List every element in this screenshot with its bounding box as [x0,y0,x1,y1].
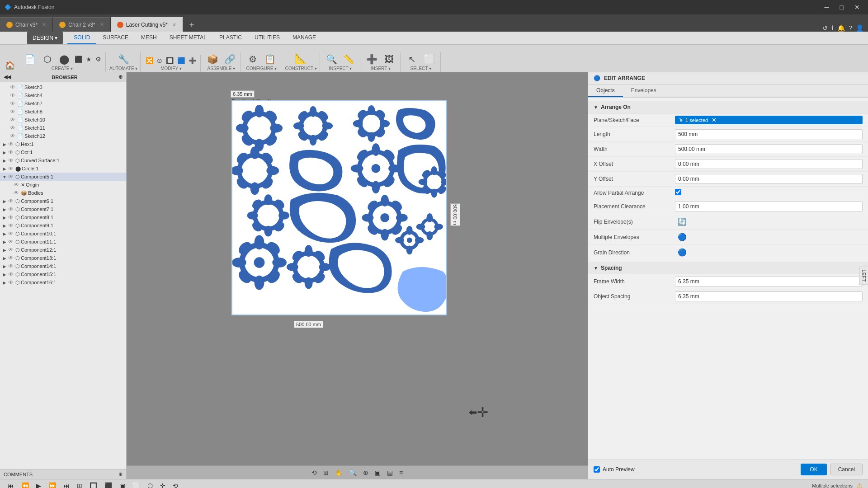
toggle-circle1[interactable]: ▶ [2,166,7,171]
vis-icon-component15[interactable]: 👁 [8,271,14,277]
tree-item-component7[interactable]: ▶ 👁 ⬡ Component7:1 [0,205,126,213]
left-panel-tab[interactable]: LEFT [859,267,868,285]
tree-item-sketch3[interactable]: 👁 📄 Sketch3 [0,83,126,91]
vis-icon-component9[interactable]: 👁 [8,222,14,229]
canvas-btn-5[interactable]: ⊕ [361,468,371,477]
toggle-component10[interactable]: ▶ [2,231,7,236]
tree-item-bodies[interactable]: 👁 📦 Bodies [0,189,126,197]
tab-close-chair2[interactable]: ✕ [100,22,104,28]
comments-add[interactable]: ⊕ [118,471,123,477]
tree-item-sketch10[interactable]: 👁 📄 Sketch10 [0,116,126,124]
frame-width-input[interactable] [675,277,863,286]
playback-next[interactable]: ⏩ [46,481,58,488]
toggle-curved1[interactable]: ▶ [2,158,7,163]
canvas-btn-7[interactable]: ▤ [385,468,395,477]
vis-icon-sketch3[interactable]: 👁 [10,84,15,90]
create-sketch-button[interactable]: 📄 [22,53,38,65]
toggle-component6[interactable]: ▶ [2,199,7,204]
vis-icon-component16[interactable]: 👁 [8,279,14,286]
vis-icon-sketch11[interactable]: 👁 [10,125,15,131]
ribbon-tab-surface[interactable]: SURFACE [96,32,135,44]
tab-chair2-v3[interactable]: Chair 2 v3* ✕ [53,17,110,32]
vis-icon-origin[interactable]: 👁 [14,182,19,188]
create-pcb-button[interactable]: ⚙ [94,55,103,64]
vis-icon-circle1[interactable]: 👁 [8,165,14,172]
vis-icon-component14[interactable]: 👁 [8,263,14,269]
tool-1[interactable]: ⊞ [75,481,85,488]
toggle-component16[interactable]: ▶ [2,280,7,285]
tree-item-component15[interactable]: ▶ 👁 ⬡ Component15:1 [0,270,126,278]
maximize-button[interactable]: □ [836,3,847,12]
tool-4[interactable]: ▣ [117,481,127,488]
vis-icon-hex1[interactable]: 👁 [8,141,14,147]
ribbon-tab-plastic[interactable]: PLASTIC [213,32,248,44]
playback-to-start[interactable]: ⏮ [5,481,16,488]
panel-tab-objects[interactable]: Objects [588,84,623,97]
sidebar-close[interactable]: ⊕ [118,74,123,80]
tool-3[interactable]: ⬛ [102,481,114,488]
vis-icon-component13[interactable]: 👁 [8,255,14,261]
modify-chamfer[interactable]: 🔲 [165,56,175,65]
modify-press-pull[interactable]: 🔀 [144,56,155,65]
tab-laser-cutting[interactable]: Laser Cutting v5* ✕ [111,17,183,32]
placement-clearance-input[interactable] [675,202,863,211]
toggle-component15[interactable]: ▶ [2,272,7,277]
tab-action-help[interactable]: ? [849,24,852,32]
select-cursor[interactable]: ↖ [404,53,420,65]
vis-icon-bodies[interactable]: 👁 [14,190,19,196]
tree-item-hex1[interactable]: ▶ 👁 ⬡ Hex:1 [0,140,126,148]
tree-item-sketch8[interactable]: 👁 📄 Sketch8 [0,108,126,116]
ribbon-tab-sheet-metal[interactable]: SHEET METAL [163,32,213,44]
ok-button[interactable]: OK [801,464,826,475]
create-more-button[interactable]: ⬛ [73,55,84,64]
panel-tab-envelopes[interactable]: Envelopes [623,84,665,97]
canvas-btn-1[interactable]: ⟲ [309,468,319,477]
configure-table[interactable]: 📋 [262,53,278,65]
vis-icon-sketch10[interactable]: 👁 [10,117,15,123]
tree-item-sketch12[interactable]: 👁 📄 Sketch12 [0,132,126,140]
vis-icon-sketch7[interactable]: 👁 [10,100,15,107]
selected-close[interactable]: ✕ [712,117,717,123]
inspect-section[interactable]: 📏 [341,53,357,65]
object-spacing-input[interactable] [675,291,863,301]
toggle-hex1[interactable]: ▶ [2,142,7,147]
vis-icon-component6[interactable]: 👁 [8,198,14,204]
vis-icon-oct1[interactable]: 👁 [8,149,14,155]
tree-item-component6[interactable]: ▶ 👁 ⬡ Component6:1 [0,197,126,205]
canvas-btn-3[interactable]: ✋ [333,468,345,477]
assemble-new-component[interactable]: 📦 [204,53,221,65]
tab-chair-v3[interactable]: Chair v3* ✕ [0,17,53,32]
toggle-component11[interactable]: ▶ [2,239,7,244]
toggle-component9[interactable]: ▶ [2,223,7,228]
create-freeform-button[interactable]: ★ [85,55,93,64]
tree-item-component13[interactable]: ▶ 👁 ⬡ Component13:1 [0,254,126,262]
vis-icon-sketch4[interactable]: 👁 [10,92,15,99]
assemble-joint[interactable]: 🔗 [222,53,238,65]
vis-icon-component10[interactable]: 👁 [8,230,14,237]
new-tab-button[interactable]: ＋ [183,17,200,32]
toggle-component13[interactable]: ▶ [2,256,7,261]
tool-2[interactable]: 🔲 [87,481,99,488]
tree-item-component16[interactable]: ▶ 👁 ⬡ Component16:1 [0,278,126,286]
tool-8[interactable]: ⟲ [170,481,180,488]
yoffset-input[interactable] [675,174,863,184]
ribbon-tab-utilities[interactable]: UTILITIES [248,32,286,44]
tab-action-user[interactable]: 👤 [856,24,863,32]
sidebar-nav-back[interactable]: ◀◀ [4,74,11,80]
toggle-component14[interactable]: ▶ [2,264,7,269]
close-button[interactable]: ✕ [851,3,863,12]
create-revolve-button[interactable]: ⬤ [56,53,72,65]
insert-canvas[interactable]: 🖼 [381,53,397,65]
multiple-envelopes-button[interactable]: 🔵 [675,232,689,242]
canvas-btn-2[interactable]: ⊞ [321,468,331,477]
vis-icon-component12[interactable]: 👁 [8,247,14,253]
vis-icon-component11[interactable]: 👁 [8,239,14,245]
ribbon-tab-manage[interactable]: MANAGE [286,32,322,44]
length-input[interactable] [675,129,863,139]
tab-action-refresh[interactable]: ↺ [822,24,828,32]
toggle-component12[interactable]: ▶ [2,248,7,253]
auto-preview-checkbox[interactable] [594,466,600,473]
playback-prev[interactable]: ⏪ [19,481,31,488]
tree-item-component10[interactable]: ▶ 👁 ⬡ Component10:1 [0,230,126,238]
tree-item-component5[interactable]: ▼ 👁 ⬡ Component5:1 [0,173,126,181]
